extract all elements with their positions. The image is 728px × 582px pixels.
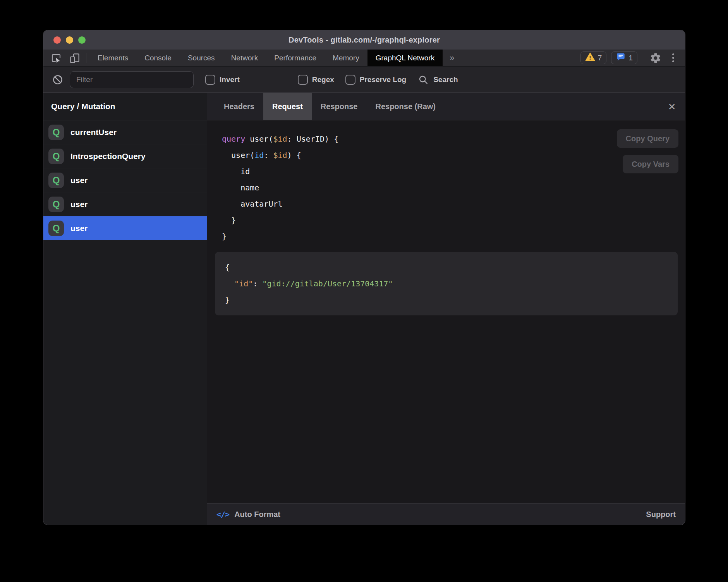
query-type-badge: Q: [48, 125, 64, 140]
search-toggle[interactable]: Search: [418, 74, 458, 85]
search-icon: [418, 74, 429, 85]
tab-headers[interactable]: Headers: [215, 93, 263, 120]
tab-memory[interactable]: Memory: [325, 50, 367, 66]
panel-tab-strip: Elements Console Sources Network Perform…: [89, 50, 461, 66]
query-name: user: [70, 224, 88, 233]
tab-network[interactable]: Network: [223, 50, 266, 66]
window-controls: [53, 30, 86, 50]
clear-icon[interactable]: [51, 73, 64, 86]
issues-count: 1: [628, 54, 633, 62]
tab-elements[interactable]: Elements: [89, 50, 136, 66]
query-type-badge: Q: [48, 173, 64, 188]
inspect-element-icon[interactable]: [50, 51, 63, 65]
more-options-icon[interactable]: [667, 51, 679, 65]
tab-response-raw[interactable]: Response (Raw): [366, 93, 445, 120]
query-name: currentUser: [70, 128, 117, 137]
support-link[interactable]: Support: [646, 510, 676, 519]
message-bubble-icon: [616, 52, 626, 64]
toolbar-separator: [86, 53, 86, 63]
preserve-log-checkbox[interactable]: [345, 75, 355, 85]
issues-badge[interactable]: 1: [611, 51, 637, 64]
auto-format-label: Auto Format: [234, 510, 280, 519]
devtools-toolbar: Elements Console Sources Network Perform…: [43, 50, 685, 66]
tab-console[interactable]: Console: [136, 50, 180, 66]
auto-format-button[interactable]: </> Auto Format: [216, 510, 280, 519]
query-type-badge: Q: [48, 149, 64, 164]
query-name: user: [70, 200, 88, 209]
tab-performance[interactable]: Performance: [266, 50, 325, 66]
detail-panel: Headers Request Response Response (Raw) …: [207, 93, 685, 525]
close-icon[interactable]: ×: [664, 99, 680, 114]
regex-label: Regex: [312, 75, 334, 84]
query-list: Q currentUser Q IntrospectionQuery Q use…: [43, 120, 207, 525]
zoom-window-button[interactable]: [78, 36, 86, 44]
query-type-badge: Q: [48, 221, 64, 236]
list-item-user-3-selected[interactable]: Q user: [43, 216, 207, 240]
invert-label: Invert: [220, 75, 240, 84]
device-toolbar-icon[interactable]: [68, 51, 81, 65]
detail-tab-strip: Headers Request Response Response (Raw) …: [207, 93, 685, 120]
query-name: user: [70, 176, 88, 185]
tab-request[interactable]: Request: [263, 93, 312, 120]
detail-footer: </> Auto Format Support: [207, 503, 685, 525]
invert-checkbox-group[interactable]: Invert: [205, 75, 240, 85]
regex-checkbox[interactable]: [298, 75, 308, 85]
preserve-log-checkbox-group[interactable]: Preserve Log: [345, 75, 406, 85]
request-detail-body: Copy Query Copy Vars query user($id: Use…: [207, 120, 685, 503]
warnings-badge[interactable]: 7: [580, 51, 607, 64]
copy-buttons: Copy Query Copy Vars: [617, 129, 678, 173]
list-item-introspectionquery[interactable]: Q IntrospectionQuery: [43, 144, 207, 168]
tab-response[interactable]: Response: [312, 93, 367, 120]
devtools-window: DevTools - gitlab.com/-/graphql-explorer…: [43, 30, 685, 525]
more-tabs-icon[interactable]: »: [443, 50, 461, 66]
tab-graphql-network[interactable]: GraphQL Network: [367, 50, 443, 66]
title-bar: DevTools - gitlab.com/-/graphql-explorer: [43, 30, 685, 50]
regex-checkbox-group[interactable]: Regex: [298, 75, 334, 85]
query-variables-box: { "id": "gid://gitlab/User/13704317"}: [215, 252, 678, 315]
filter-input[interactable]: [70, 71, 194, 88]
sidebar-header: Query / Mutation: [43, 93, 207, 120]
toolbar-icons: [43, 50, 81, 66]
controls-separator: [643, 53, 643, 63]
list-item-user-1[interactable]: Q user: [43, 168, 207, 192]
copy-vars-button[interactable]: Copy Vars: [623, 155, 678, 173]
tab-sources[interactable]: Sources: [180, 50, 223, 66]
close-window-button[interactable]: [53, 36, 61, 44]
copy-query-button[interactable]: Copy Query: [617, 129, 678, 148]
warning-icon: [585, 52, 595, 64]
window-title: DevTools - gitlab.com/-/graphql-explorer: [288, 36, 440, 45]
code-format-icon: </>: [216, 510, 229, 519]
main-split: Query / Mutation Q currentUser Q Introsp…: [43, 92, 685, 525]
toolbar-right-controls: 7 1: [580, 50, 685, 66]
filter-bar: Invert Regex Preserve Log Search: [43, 66, 685, 92]
list-item-currentuser[interactable]: Q currentUser: [43, 120, 207, 144]
warnings-count: 7: [598, 54, 602, 62]
graphql-query-code: query user($id: UserID) { user(id: $id) …: [207, 120, 685, 245]
query-list-sidebar: Query / Mutation Q currentUser Q Introsp…: [43, 93, 207, 525]
query-name: IntrospectionQuery: [70, 152, 146, 161]
settings-gear-icon[interactable]: [649, 51, 663, 65]
list-item-user-2[interactable]: Q user: [43, 192, 207, 216]
minimize-window-button[interactable]: [66, 36, 73, 44]
invert-checkbox[interactable]: [205, 75, 215, 85]
search-label: Search: [433, 75, 458, 84]
preserve-log-label: Preserve Log: [360, 75, 406, 84]
query-type-badge: Q: [48, 197, 64, 212]
